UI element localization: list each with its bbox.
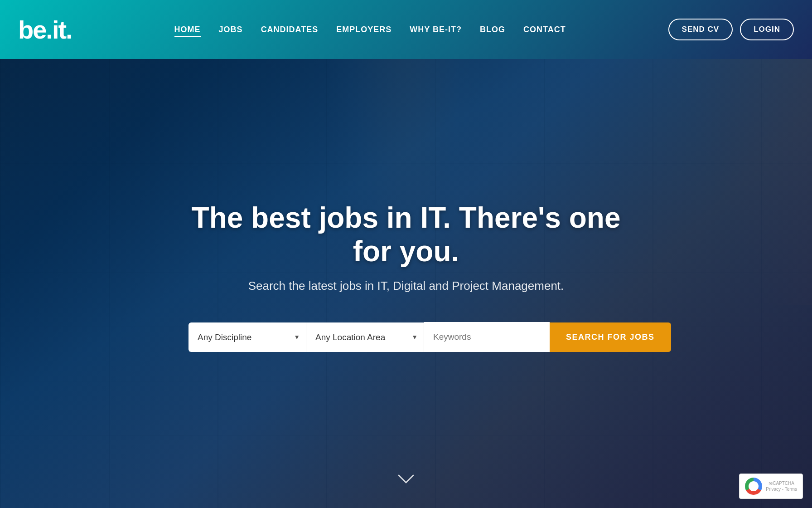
hero-section: The best jobs in IT. There's one for you… (0, 0, 812, 508)
nav-item-jobs[interactable]: JOBS (219, 25, 243, 34)
hero-subtitle: Search the latest jobs in IT, Digital an… (248, 279, 564, 293)
recaptcha-sub: Privacy - Terms (766, 486, 797, 492)
recaptcha-label: reCAPTCHA (766, 480, 797, 486)
nav-link-candidates[interactable]: CANDIDATES (261, 25, 319, 34)
login-button[interactable]: LOGIN (740, 19, 794, 40)
recaptcha-inner (749, 481, 759, 491)
hero-content: The best jobs in IT. There's one for you… (179, 156, 633, 352)
recaptcha-badge: reCAPTCHA Privacy - Terms (739, 474, 803, 499)
nav-links: HOME JOBS CANDIDATES EMPLOYERS WHY BE-IT… (174, 25, 566, 34)
logo-text: be.it. (18, 15, 72, 44)
search-bar: Any Discipline Software Development Data… (188, 322, 624, 352)
nav-link-blog[interactable]: BLOG (480, 25, 505, 34)
logo[interactable]: be.it. (18, 15, 72, 44)
nav-link-employers[interactable]: EMPLOYERS (336, 25, 392, 34)
nav-item-home[interactable]: HOME (174, 25, 201, 34)
discipline-select[interactable]: Any Discipline Software Development Data… (188, 322, 306, 352)
nav-item-contact[interactable]: CONTACT (523, 25, 566, 34)
nav-item-employers[interactable]: EMPLOYERS (336, 25, 392, 34)
discipline-select-wrapper: Any Discipline Software Development Data… (188, 322, 306, 352)
nav-link-home[interactable]: HOME (174, 25, 201, 37)
navbar: be.it. HOME JOBS CANDIDATES EMPLOYERS WH… (0, 0, 812, 59)
nav-buttons: SEND CV LOGIN (668, 19, 794, 40)
nav-link-jobs[interactable]: JOBS (219, 25, 243, 34)
nav-item-why[interactable]: WHY BE-IT? (410, 25, 462, 34)
send-cv-button[interactable]: SEND CV (668, 19, 733, 40)
nav-item-candidates[interactable]: CANDIDATES (261, 25, 319, 34)
hero-title: The best jobs in IT. There's one for you… (179, 201, 633, 268)
nav-link-why[interactable]: WHY BE-IT? (410, 25, 462, 34)
scroll-down-chevron[interactable] (397, 473, 415, 490)
location-select[interactable]: Any Location Area London Manchester Edin… (306, 322, 424, 352)
nav-link-contact[interactable]: CONTACT (523, 25, 566, 34)
nav-item-blog[interactable]: BLOG (480, 25, 505, 34)
recaptcha-text: reCAPTCHA Privacy - Terms (766, 480, 797, 492)
keywords-input[interactable] (424, 322, 550, 352)
location-select-wrapper: Any Location Area London Manchester Edin… (306, 322, 424, 352)
search-jobs-button[interactable]: SEARCH FOR JOBS (550, 322, 671, 352)
recaptcha-logo-icon (745, 478, 762, 495)
